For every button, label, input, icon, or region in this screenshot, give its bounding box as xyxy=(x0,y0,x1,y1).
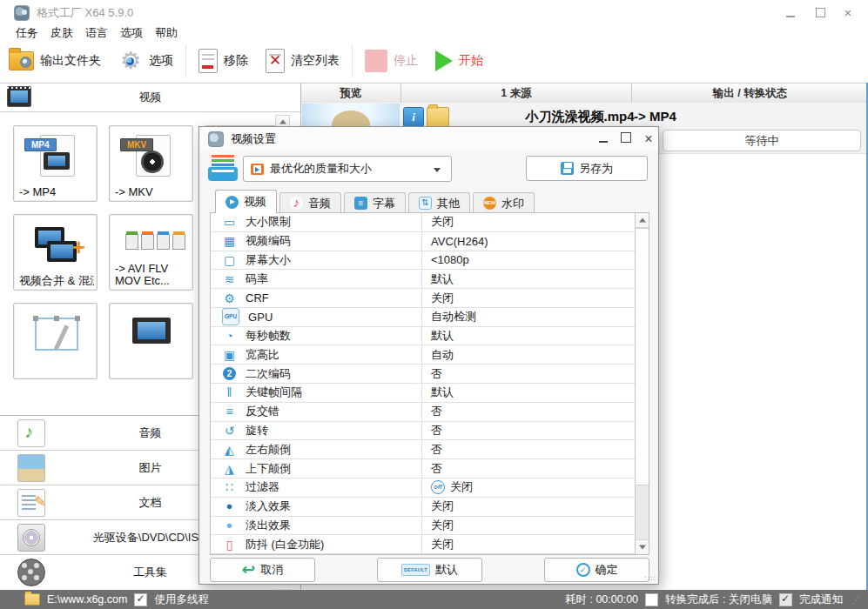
tab-label: 其他 xyxy=(437,196,460,211)
ok-button[interactable]: ✓ 确定 xyxy=(544,558,649,582)
setting-row-flip-vertical[interactable]: ◮上下颠倒否 xyxy=(211,459,649,478)
two-pass-icon: 2 xyxy=(223,367,236,380)
format-card-label: -> MP4 xyxy=(19,186,94,198)
plus-icon: + xyxy=(72,238,85,257)
menu-bar: 任务皮肤语言选项帮助 xyxy=(0,24,868,42)
menu-item-language[interactable]: 语言 xyxy=(85,25,108,41)
format-card-mkv[interactable]: MKV-> MKV xyxy=(109,125,193,202)
format-card-merge[interactable]: +视频合并 & 混流 xyxy=(13,214,98,291)
clear-list-button[interactable]: ✕ 清空列表 xyxy=(257,44,348,77)
audio-tab-icon: ♪ xyxy=(290,197,303,210)
format-card-crop[interactable] xyxy=(13,303,98,379)
setting-row-rotate[interactable]: ↺旋转否 xyxy=(211,422,649,441)
setting-label: 上下颠倒 xyxy=(246,461,291,477)
menu-item-options[interactable]: 选项 xyxy=(120,25,143,41)
multithread-checkbox[interactable] xyxy=(134,593,147,606)
status-bar: E:\www.x6g.com 使用多线程 耗时 : 00:00:00 转换完成后… xyxy=(0,590,868,609)
open-folder-button[interactable] xyxy=(427,107,449,128)
options-button[interactable]: ⚙ 选项 xyxy=(110,44,182,77)
format-card-icon-mp4: MP4 xyxy=(30,133,82,180)
queue-column-header[interactable]: 1 来源 xyxy=(401,84,632,103)
setting-value: 关闭 xyxy=(431,499,454,514)
close-button[interactable]: × xyxy=(838,7,858,19)
tab-video[interactable]: 视频 xyxy=(215,190,277,213)
dialog-resize-grip[interactable]: ∷∷ xyxy=(645,574,656,583)
setting-row-keyframe-interval[interactable]: ‖关键帧间隔默认 xyxy=(211,384,649,403)
toolbar-separator xyxy=(352,44,353,77)
stop-button[interactable]: 停止 xyxy=(356,44,427,77)
scrollbar-thumb[interactable] xyxy=(636,228,649,485)
remove-label: 移除 xyxy=(224,53,248,69)
format-card-multi[interactable]: -> AVI FLV MOV Etc... xyxy=(109,214,193,291)
video-panel-title: 视频 xyxy=(0,90,300,105)
format-card-icon-crop xyxy=(30,311,82,358)
setting-label-cell: ≋码率 xyxy=(211,270,422,288)
setting-row-size-limit[interactable]: ▭大小限制关闭 xyxy=(211,213,649,232)
dialog-close-button[interactable]: × xyxy=(641,132,656,145)
scroll-down-button[interactable] xyxy=(636,539,649,554)
menu-item-tasks[interactable]: 任务 xyxy=(16,25,38,41)
setting-value-cell: off关闭 xyxy=(422,478,649,497)
format-card-mp4[interactable]: MP4-> MP4 xyxy=(13,125,98,202)
format-badge: MKV xyxy=(120,138,153,151)
setting-value-cell: 默认 xyxy=(422,270,649,288)
setting-value: 关闭 xyxy=(431,214,454,230)
menu-item-skin[interactable]: 皮肤 xyxy=(50,25,73,41)
queue-column-header[interactable]: 输出 / 转换状态 xyxy=(632,84,868,103)
setting-row-gpu[interactable]: GPUGPU自动检测 xyxy=(211,308,649,327)
title-bar: 格式工厂 X64 5.9.0 × xyxy=(0,0,868,24)
dialog-minimize-button[interactable] xyxy=(595,132,611,145)
tab-subtitle[interactable]: ≡字幕 xyxy=(344,192,406,213)
settings-scrollbar[interactable] xyxy=(635,213,649,554)
cancel-button[interactable]: ↩ 取消 xyxy=(210,558,315,582)
setting-value: AVC(H264) xyxy=(431,235,488,248)
setting-row-video-codec[interactable]: ▦视频编码AVC(H264) xyxy=(211,232,649,251)
window-resize-grip[interactable]: ⋰ xyxy=(851,595,861,605)
setting-row-flip-horizontal[interactable]: ◭左右颠倒否 xyxy=(211,440,649,459)
remove-button[interactable]: 移除 xyxy=(190,44,257,77)
flip-horizontal-icon: ◭ xyxy=(221,444,238,456)
info-button[interactable]: i xyxy=(403,107,424,128)
default-button[interactable]: DEFAULT 默认 xyxy=(377,558,482,582)
maximize-button[interactable] xyxy=(811,7,830,19)
setting-row-crf[interactable]: ⚙CRF关闭 xyxy=(211,289,649,308)
notify-checkbox[interactable] xyxy=(779,593,792,606)
setting-label-cell: ▭大小限制 xyxy=(211,213,422,231)
setting-value-cell: 否 xyxy=(422,422,649,440)
setting-row-fade-out[interactable]: ●淡出效果关闭 xyxy=(211,517,649,536)
save-as-button[interactable]: 另存为 xyxy=(526,156,648,181)
setting-row-fade-in[interactable]: ●淡入效果关闭 xyxy=(211,498,649,517)
menu-item-help[interactable]: 帮助 xyxy=(155,25,178,41)
queue-header-row: 预览1 来源输出 / 转换状态 xyxy=(301,84,868,104)
output-folder-button[interactable]: 输出文件夹 xyxy=(0,44,110,77)
setting-row-stabilize[interactable]: ▯防抖 (白金功能)关闭 xyxy=(211,535,649,554)
off-badge-icon: off xyxy=(431,480,445,494)
setting-row-two-pass[interactable]: 2二次编码否 xyxy=(211,365,649,384)
output-path[interactable]: E:\www.x6g.com xyxy=(47,593,127,606)
start-button[interactable]: 开始 xyxy=(427,44,492,77)
tab-other[interactable]: ⇅其他 xyxy=(408,192,470,213)
queue-column-header[interactable]: 预览 xyxy=(301,84,401,103)
default-doc-icon: DEFAULT xyxy=(401,564,430,576)
tab-audio[interactable]: ♪音频 xyxy=(279,192,341,213)
scroll-up-button[interactable] xyxy=(636,213,649,228)
tab-watermark[interactable]: NEW水印 xyxy=(473,192,535,213)
setting-label: 关键帧间隔 xyxy=(246,385,302,400)
dialog-title: 视频设置 xyxy=(231,131,276,147)
setting-row-aspect-ratio[interactable]: ▣宽高比自动 xyxy=(211,345,649,365)
setting-label-cell: ◭左右颠倒 xyxy=(211,440,422,458)
minimize-button[interactable] xyxy=(781,7,800,19)
video-panel-header[interactable]: 视频 xyxy=(0,84,300,112)
preset-select[interactable]: 最优化的质量和大小 xyxy=(243,156,452,182)
dialog-maximize-button[interactable] xyxy=(618,132,634,145)
setting-row-fps[interactable]: ◔每秒帧数默认 xyxy=(211,327,649,346)
shutdown-after-checkbox[interactable] xyxy=(645,593,658,606)
setting-row-screen-size[interactable]: ▢屏幕大小<1080p xyxy=(211,251,649,271)
mini-format-icon xyxy=(141,234,154,250)
setting-label: GPU xyxy=(248,311,273,324)
setting-row-filter[interactable]: ∷过滤器off关闭 xyxy=(211,478,649,498)
setting-row-bitrate[interactable]: ≋码率默认 xyxy=(211,270,649,289)
setting-row-deinterlace[interactable]: ≡反交错否 xyxy=(211,403,649,422)
format-card-mux[interactable] xyxy=(109,303,193,379)
setting-value-cell: 默认 xyxy=(422,327,649,345)
